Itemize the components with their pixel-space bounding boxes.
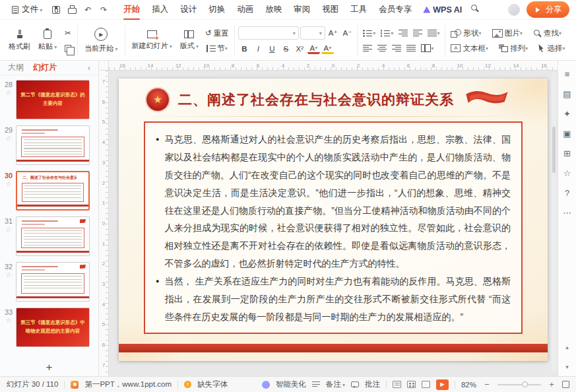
copy-button[interactable]: [61, 42, 74, 54]
numbered-list-button[interactable]: [379, 27, 395, 39]
new-slide-button[interactable]: 新建幻灯片: [129, 29, 176, 52]
font-color-button[interactable]: A: [307, 44, 320, 54]
paste-button[interactable]: 粘贴: [35, 28, 60, 53]
tab-view[interactable]: 视图: [316, 1, 344, 18]
print-button[interactable]: [65, 3, 79, 16]
previous-slide-button[interactable]: ▴: [561, 342, 573, 352]
slide-sorter-view-button[interactable]: [407, 381, 416, 388]
outline-tab[interactable]: 大纲: [8, 62, 24, 73]
font-size-select[interactable]: ▾: [300, 26, 325, 40]
slideshow-play-button[interactable]: ▶: [436, 379, 449, 390]
favorites-pane-icon[interactable]: ☆: [561, 168, 573, 178]
collapse-panel-button[interactable]: ‹: [88, 63, 90, 73]
tab-review[interactable]: 审阅: [288, 1, 316, 18]
beautify-label[interactable]: 智能美化: [276, 379, 306, 389]
slide-thumbnail-29[interactable]: 29 ☆: [1, 125, 94, 165]
slide-title[interactable]: 二、阐述了社会存在与社会意识的辩证关系: [178, 90, 454, 109]
tab-home[interactable]: 开始: [117, 1, 146, 18]
cut-button[interactable]: ✂: [61, 27, 74, 39]
search-button[interactable]: [467, 1, 482, 15]
format-painter-button[interactable]: 格式刷: [5, 28, 34, 53]
strikethrough-button[interactable]: S: [280, 43, 292, 55]
help-pane-icon[interactable]: ?: [561, 187, 573, 198]
tab-animation[interactable]: 动画: [231, 1, 259, 18]
tab-slideshow[interactable]: 放映: [259, 1, 288, 18]
save-button[interactable]: [49, 3, 63, 16]
decrease-font-button[interactable]: A⁻: [341, 27, 354, 39]
find-button[interactable]: 查找: [531, 27, 563, 39]
file-menu-button[interactable]: 文件: [7, 2, 48, 17]
zoom-slider[interactable]: [497, 384, 541, 385]
beautify-pane-icon[interactable]: ✦: [561, 108, 573, 119]
animation-pane-icon[interactable]: ⊞: [561, 148, 573, 158]
more-panes-icon[interactable]: ⋯: [561, 207, 573, 218]
picture-button[interactable]: 图片: [490, 27, 525, 39]
design-pane-icon[interactable]: ▣: [561, 128, 573, 139]
star-icon[interactable]: ☆: [6, 226, 12, 233]
select-button[interactable]: 选择: [536, 42, 567, 54]
tab-wps-ai[interactable]: WPS AI: [418, 1, 467, 18]
layout-button[interactable]: 版式: [177, 29, 202, 52]
slide-content-box[interactable]: ● 马克思、恩格斯通过对人的社会意识产生的历史考察后指出，思想、宗教、法律、国家…: [144, 121, 523, 334]
outline-pane-icon[interactable]: ≡: [561, 69, 573, 79]
decrease-indent-button[interactable]: [397, 27, 410, 39]
align-left-button[interactable]: [361, 42, 374, 54]
section-button[interactable]: 节: [203, 42, 231, 54]
textbox-button[interactable]: 文本框: [449, 42, 490, 54]
bullet-list-button[interactable]: [361, 27, 377, 39]
font-name-select[interactable]: ▾: [238, 26, 299, 40]
shapes-button[interactable]: 形状: [449, 27, 483, 39]
slides-tab[interactable]: 幻灯片: [33, 62, 57, 73]
zoom-slider-handle[interactable]: [522, 381, 528, 387]
bullet-text[interactable]: 马克思、恩格斯通过对人的社会意识产生的历史考察后指出，思想、宗教、法律、国家以及…: [164, 131, 511, 273]
italic-button[interactable]: I: [252, 43, 265, 55]
star-icon[interactable]: ☆: [6, 317, 12, 324]
tab-insert[interactable]: 插入: [146, 1, 174, 18]
properties-pane-icon[interactable]: ▤: [561, 88, 573, 99]
reset-button[interactable]: ↺ 重置: [203, 27, 231, 39]
columns-button[interactable]: [419, 42, 435, 54]
superscript-button[interactable]: X²: [294, 43, 306, 55]
comments-label[interactable]: 批注: [365, 379, 380, 389]
share-button[interactable]: 分享: [527, 1, 569, 18]
star-icon[interactable]: ☆: [6, 181, 12, 187]
undo-button[interactable]: ↶: [80, 3, 95, 16]
bold-button[interactable]: B: [238, 43, 251, 55]
slide-thumbnail-32[interactable]: 32 ☆: [1, 262, 94, 302]
align-right-button[interactable]: [390, 42, 403, 54]
normal-view-button[interactable]: [393, 381, 401, 388]
increase-font-button[interactable]: A⁺: [327, 27, 340, 39]
tab-design[interactable]: 设计: [174, 1, 203, 18]
slide-thumbnail-28[interactable]: 28 ☆ 第二节《德意志意识形态》的主要内容: [1, 80, 94, 119]
canvas-scrollbar[interactable]: [552, 73, 556, 372]
source-text[interactable]: 第一PPT，www.1ppt.com: [84, 379, 172, 389]
slide-thumbnail-33[interactable]: 33 ☆ 第三节《德意志意识形态》中唯物史观思想的主要内容: [1, 308, 94, 347]
align-center-button[interactable]: [375, 42, 389, 54]
zoom-level[interactable]: 82%: [461, 381, 476, 389]
reading-view-button[interactable]: [422, 381, 430, 388]
play-from-current-button[interactable]: ▶ 当前开始: [81, 26, 121, 55]
highlight-color-button[interactable]: A: [321, 44, 334, 54]
current-slide[interactable]: ★ 二、阐述了社会存在与社会意识的辩证关系 ● 马克思、恩格斯通过对人的: [119, 79, 548, 361]
increase-indent-button[interactable]: [411, 27, 424, 39]
tab-tools[interactable]: 工具: [344, 1, 373, 18]
slide-thumbnail-31[interactable]: 31 ☆: [1, 216, 94, 256]
bullet-text[interactable]: 当然， 生产关系在适应生产力的同时对生产力也有着能动的反作用。马克思、恩格斯指出…: [164, 273, 511, 326]
align-justify-button[interactable]: [404, 42, 418, 54]
slide-canvas-area[interactable]: ★ 二、阐述了社会存在与社会意识的辩证关系 ● 马克思、恩格斯通过对人的: [109, 71, 558, 376]
arrange-button[interactable]: 排列: [497, 42, 530, 54]
missing-fonts-label[interactable]: 缺失字体: [197, 379, 228, 389]
tab-member[interactable]: 会员专享: [373, 1, 418, 18]
zoom-in-button[interactable]: +: [547, 380, 556, 389]
notes-label[interactable]: 备注: [326, 379, 345, 389]
add-slide-button[interactable]: +: [0, 359, 98, 376]
zoom-out-button[interactable]: −: [482, 380, 492, 389]
redo-button[interactable]: ↷: [96, 3, 111, 16]
scrollbar-thumb[interactable]: [552, 127, 556, 173]
slide-thumbnail-30-selected[interactable]: 30 ☆ 二、阐述了社会存在与社会意识的辩证关系: [1, 171, 94, 211]
account-avatar[interactable]: [508, 4, 520, 16]
line-spacing-button[interactable]: [426, 27, 441, 39]
next-slide-button[interactable]: ▾: [561, 362, 573, 372]
star-icon[interactable]: ☆: [6, 272, 12, 278]
tab-transition[interactable]: 切换: [203, 1, 231, 18]
